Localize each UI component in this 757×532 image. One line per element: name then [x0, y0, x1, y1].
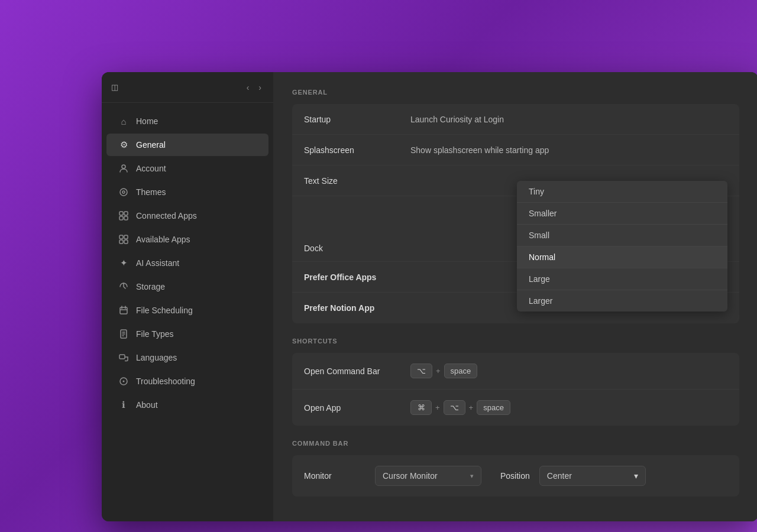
- svg-rect-3: [119, 212, 123, 215]
- startup-label: Startup: [304, 115, 410, 124]
- open-command-bar-row: Open Command Bar ⌥ + space: [292, 353, 739, 390]
- monitor-select[interactable]: Cursor Monitor ▾: [375, 466, 481, 486]
- sidebar-item-file-scheduling[interactable]: File Scheduling: [106, 299, 268, 322]
- available-apps-icon: [118, 234, 129, 245]
- home-icon: ⌂: [118, 116, 129, 126]
- ai-assistant-icon: ✦: [118, 258, 129, 268]
- account-icon: [118, 163, 129, 174]
- sidebar-item-storage[interactable]: Storage: [106, 275, 268, 298]
- sidebar-item-connected-apps[interactable]: Connected Apps: [106, 205, 268, 227]
- about-icon: ℹ: [118, 400, 129, 410]
- text-size-row[interactable]: Text Size Tiny Smaller Small Normal Larg…: [292, 166, 739, 196]
- splashscreen-value: Show splashscreen while starting app: [410, 145, 727, 155]
- sidebar-item-label: AI Assistant: [136, 258, 179, 268]
- svg-rect-8: [124, 235, 128, 239]
- sidebar-item-label: General: [136, 140, 166, 150]
- sidebar-item-label: Connected Apps: [136, 211, 197, 220]
- sidebar-item-label: Themes: [136, 187, 166, 197]
- sidebar-item-home[interactable]: ⌂ Home: [106, 110, 268, 132]
- command-bar-card: Monitor Cursor Monitor ▾ Position Center…: [292, 455, 739, 497]
- key-space-1: space: [444, 364, 478, 378]
- svg-rect-9: [119, 240, 123, 244]
- connected-apps-icon: [118, 210, 129, 221]
- text-size-option-tiny[interactable]: Tiny: [517, 181, 727, 203]
- position-select[interactable]: Center ▾: [539, 466, 646, 486]
- open-command-bar-keys: ⌥ + space: [410, 364, 477, 378]
- svg-point-0: [122, 165, 125, 168]
- startup-value: Launch Curiosity at Login: [410, 115, 727, 124]
- general-settings-card: Startup Launch Curiosity at Login Splash…: [292, 104, 739, 323]
- troubleshooting-icon: [118, 376, 129, 387]
- open-app-row: Open App ⌘ + ⌥ + space: [292, 390, 739, 426]
- sidebar-nav: ⌂ Home ⚙ General Account: [102, 103, 273, 423]
- text-size-option-small[interactable]: Small: [517, 225, 727, 246]
- svg-point-2: [122, 191, 125, 193]
- sidebar-item-label: Storage: [136, 282, 165, 291]
- svg-rect-4: [124, 212, 128, 215]
- svg-rect-10: [124, 240, 128, 244]
- position-chevron-icon: ▾: [634, 471, 638, 481]
- text-size-option-larger[interactable]: Larger: [517, 290, 727, 312]
- app-window: ◫ ‹ › ⌂ Home ⚙ General: [102, 72, 757, 521]
- position-label: Position: [500, 471, 530, 481]
- sidebar: ◫ ‹ › ⌂ Home ⚙ General: [102, 72, 273, 521]
- svg-rect-6: [124, 216, 128, 220]
- sidebar-item-available-apps[interactable]: Available Apps: [106, 228, 268, 251]
- sidebar-item-label: Home: [136, 116, 158, 126]
- sidebar-item-account[interactable]: Account: [106, 157, 268, 180]
- sidebar-header: ◫ ‹ ›: [102, 72, 273, 103]
- themes-icon: [118, 187, 129, 197]
- key-space-2: space: [477, 400, 510, 415]
- sidebar-item-label: Available Apps: [136, 235, 190, 244]
- general-section-title: GENERAL: [292, 89, 739, 96]
- svg-rect-13: [119, 355, 125, 359]
- prefer-office-apps-label: Prefer Office Apps: [304, 273, 410, 282]
- text-size-option-smaller[interactable]: Smaller: [517, 203, 727, 225]
- sidebar-item-label: Account: [136, 164, 166, 173]
- sidebar-item-languages[interactable]: Languages: [106, 346, 268, 369]
- key-plus-1: +: [436, 366, 441, 375]
- key-alt-2: ⌥: [444, 400, 465, 415]
- shortcuts-card: Open Command Bar ⌥ + space Open App ⌘ + …: [292, 353, 739, 426]
- file-types-icon: [118, 329, 129, 339]
- sidebar-item-about[interactable]: ℹ About: [106, 394, 268, 416]
- sidebar-item-label: File Scheduling: [136, 306, 193, 315]
- sidebar-item-troubleshooting[interactable]: Troubleshooting: [106, 370, 268, 392]
- open-command-bar-label: Open Command Bar: [304, 366, 410, 376]
- nav-arrows: ‹ ›: [244, 82, 264, 93]
- nav-back-arrow[interactable]: ‹: [244, 82, 252, 93]
- open-app-keys: ⌘ + ⌥ + space: [410, 400, 510, 415]
- dock-label: Dock: [304, 244, 410, 253]
- sidebar-item-label: Languages: [136, 353, 177, 362]
- text-size-option-large[interactable]: Large: [517, 268, 727, 290]
- svg-rect-5: [119, 216, 123, 220]
- panel-icon: ◫: [111, 83, 118, 92]
- svg-rect-7: [119, 235, 123, 239]
- command-bar-section-title: COMMAND BAR: [292, 440, 739, 447]
- main-content: GENERAL Startup Launch Curiosity at Logi…: [273, 72, 757, 521]
- text-size-dropdown[interactable]: Tiny Smaller Small Normal Large Larger: [517, 181, 727, 312]
- key-alt: ⌥: [410, 364, 432, 378]
- storage-icon: [118, 281, 129, 292]
- text-size-option-normal[interactable]: Normal: [517, 246, 727, 268]
- svg-rect-11: [120, 307, 127, 314]
- sidebar-item-ai-assistant[interactable]: ✦ AI Assistant: [106, 252, 268, 274]
- nav-forward-arrow[interactable]: ›: [256, 82, 264, 93]
- sidebar-item-themes[interactable]: Themes: [106, 181, 268, 203]
- monitor-label: Monitor: [304, 471, 375, 481]
- key-plus-2: +: [435, 403, 440, 412]
- splashscreen-row: Splashscreen Show splashscreen while sta…: [292, 135, 739, 166]
- key-plus-3: +: [469, 403, 474, 412]
- sidebar-item-file-types[interactable]: File Types: [106, 323, 268, 345]
- languages-icon: [118, 352, 129, 363]
- sidebar-item-label: File Types: [136, 329, 174, 339]
- shortcuts-section-title: SHORTCUTS: [292, 338, 739, 345]
- splashscreen-label: Splashscreen: [304, 145, 410, 155]
- sidebar-logo: ◫: [111, 83, 118, 92]
- sidebar-item-general[interactable]: ⚙ General: [106, 134, 268, 156]
- startup-row: Startup Launch Curiosity at Login: [292, 104, 739, 135]
- command-bar-row: Monitor Cursor Monitor ▾ Position Center…: [292, 455, 739, 497]
- position-select-value: Center: [547, 471, 572, 481]
- sidebar-item-label: About: [136, 400, 158, 410]
- sidebar-item-label: Troubleshooting: [136, 377, 195, 386]
